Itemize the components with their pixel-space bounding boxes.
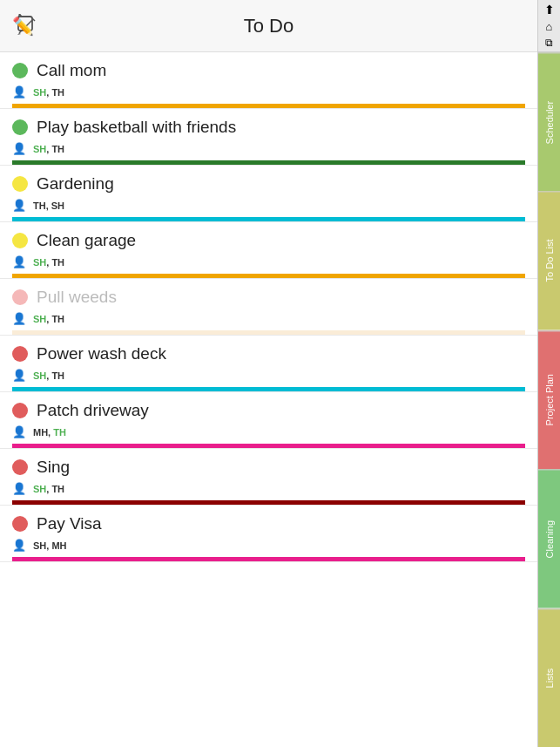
person-icon: 👤 xyxy=(12,369,26,382)
task-assignees: SH, TH xyxy=(33,87,64,98)
task-assignees: SH, TH xyxy=(33,370,64,381)
person-icon: 👤 xyxy=(12,142,26,155)
task-assignees: SH, TH xyxy=(33,314,64,324)
task-color-bar xyxy=(12,500,525,505)
task-color-bar xyxy=(12,330,525,335)
task-row: Gardening xyxy=(12,174,525,194)
task-item[interactable]: Power wash deck👤SH, TH xyxy=(0,336,537,392)
task-assignees: SH, TH xyxy=(33,257,64,268)
sidebar-tab-lists[interactable]: Lists xyxy=(538,608,560,747)
task-color-bar xyxy=(12,274,525,278)
edit-icon[interactable]: ✏️ xyxy=(12,16,34,37)
right-sidebar: ⬆ ⌂ ⧉ Scheduler To Do List Project Plan … xyxy=(537,0,560,747)
task-meta: 👤SH, MH xyxy=(12,539,525,552)
task-item[interactable]: Sing👤SH, TH xyxy=(0,449,537,506)
task-meta: 👤TH, SH xyxy=(12,199,525,212)
person-icon: 👤 xyxy=(12,539,26,552)
task-name: Pull weeds xyxy=(37,288,117,307)
task-item[interactable]: Call mom👤SH, TH xyxy=(0,52,537,109)
task-meta: 👤SH, TH xyxy=(12,85,525,98)
person-icon: 👤 xyxy=(12,85,26,98)
sidebar-tab-cleaning[interactable]: Cleaning xyxy=(538,469,560,608)
task-dot xyxy=(12,403,28,418)
person-icon: 👤 xyxy=(12,425,26,438)
copy-icon[interactable]: ⧉ xyxy=(545,37,553,49)
task-item[interactable]: Play basketball with friends👤SH, TH xyxy=(0,109,537,166)
task-assignees: SH, MH xyxy=(33,540,67,551)
task-name: Gardening xyxy=(37,174,114,194)
main-area: ✏️ To Do Call mom👤SH, THPlay basketball … xyxy=(0,0,537,747)
task-meta: 👤SH, TH xyxy=(12,369,525,382)
task-color-bar xyxy=(12,387,525,391)
home-icon[interactable]: ⌂ xyxy=(546,20,553,33)
person-icon: 👤 xyxy=(12,482,26,495)
task-dot xyxy=(12,516,28,532)
header: ✏️ To Do xyxy=(0,0,537,52)
task-name: Pay Visa xyxy=(37,514,102,533)
task-name: Play basketball with friends xyxy=(37,118,236,137)
task-assignees: SH, TH xyxy=(33,484,64,494)
task-name: Sing xyxy=(37,458,70,477)
task-item[interactable]: Clean garage👤SH, TH xyxy=(0,222,537,279)
task-assignees: MH, TH xyxy=(33,427,66,438)
task-assignees: TH, SH xyxy=(33,200,64,211)
task-row: Power wash deck xyxy=(12,344,525,363)
task-name: Clean garage xyxy=(37,231,136,250)
sidebar-tab-project[interactable]: Project Plan xyxy=(538,330,560,469)
task-meta: 👤SH, TH xyxy=(12,482,525,495)
task-meta: 👤SH, TH xyxy=(12,142,525,155)
task-dot xyxy=(12,63,28,78)
task-row: Play basketball with friends xyxy=(12,118,525,137)
task-dot xyxy=(12,289,28,305)
task-row: Clean garage xyxy=(12,231,525,250)
sidebar-tab-todo[interactable]: To Do List xyxy=(538,191,560,329)
task-list: Call mom👤SH, THPlay basketball with frie… xyxy=(0,52,537,747)
task-name: Power wash deck xyxy=(37,344,166,363)
task-color-bar xyxy=(12,557,525,561)
task-meta: 👤MH, TH xyxy=(12,425,525,438)
person-icon: 👤 xyxy=(12,255,26,268)
task-item[interactable]: Pull weeds👤SH, TH xyxy=(0,279,537,336)
task-dot xyxy=(12,119,28,135)
person-icon: 👤 xyxy=(12,312,26,325)
share-icon[interactable]: ⬆ xyxy=(544,3,555,17)
task-row: Pay Visa xyxy=(12,514,525,533)
task-item[interactable]: Pay Visa👤SH, MH xyxy=(0,506,537,562)
task-row: Call mom xyxy=(12,61,525,80)
task-meta: 👤SH, TH xyxy=(12,255,525,268)
task-color-bar xyxy=(12,160,525,165)
task-name: Patch driveway xyxy=(37,401,149,420)
header-icons-area: ⬆ ⌂ ⧉ xyxy=(538,0,560,52)
task-row: Patch driveway xyxy=(12,401,525,420)
person-icon: 👤 xyxy=(12,199,26,212)
sidebar-tab-scheduler[interactable]: Scheduler xyxy=(538,52,560,191)
task-item[interactable]: Patch driveway👤MH, TH xyxy=(0,392,537,449)
task-dot xyxy=(12,459,28,475)
task-item[interactable]: Gardening👤TH, SH xyxy=(0,166,537,222)
task-assignees: SH, TH xyxy=(33,144,64,154)
task-dot xyxy=(12,346,28,362)
page-title: To Do xyxy=(244,15,293,37)
task-color-bar xyxy=(12,217,525,221)
task-meta: 👤SH, TH xyxy=(12,312,525,325)
task-name: Call mom xyxy=(37,61,106,80)
task-dot xyxy=(12,176,28,192)
task-color-bar xyxy=(12,104,525,108)
task-color-bar xyxy=(12,444,525,448)
task-row: Sing xyxy=(12,458,525,477)
task-row: Pull weeds xyxy=(12,288,525,307)
task-dot xyxy=(12,233,28,248)
